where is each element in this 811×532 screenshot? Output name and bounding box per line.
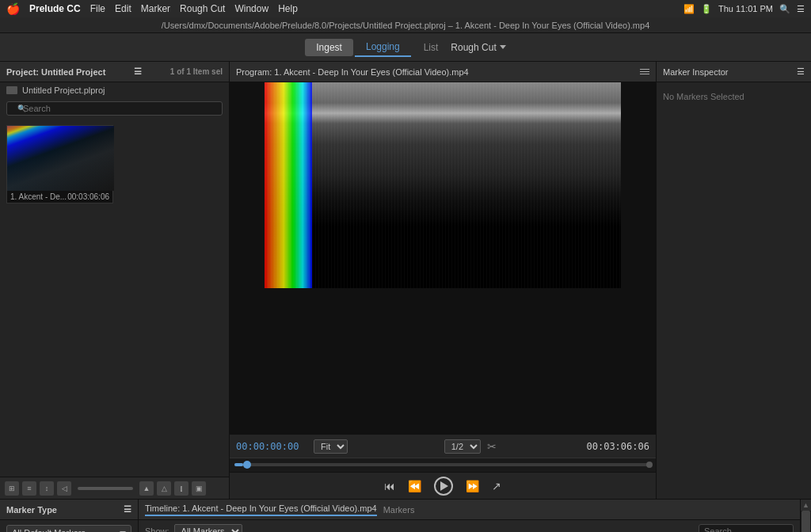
bottom-section: Marker Type ☰ All Default Markers 1 Subc… [0,499,811,532]
go-to-start-button[interactable]: ⏮ [384,480,395,492]
show-label: Show: [145,526,169,533]
logging-button[interactable]: Logging [355,38,411,57]
timeline-panel: Timeline: 1. Akcent - Deep In Your Eyes … [139,500,800,532]
menu-file[interactable]: File [90,3,105,14]
scrubber-bar[interactable] [230,458,656,472]
player-controls-bar: 00:00:00:00 Fit 1/2 ✂ 00:03:06:06 [230,434,656,458]
clip-name: 1. Akcent - De... [10,192,67,201]
project-file-icon [6,86,17,94]
apple-menu[interactable]: 🍎 [6,2,20,15]
step-forward-button[interactable]: ⏩ [466,480,479,492]
project-title: Project: Untitled Project [6,67,105,77]
export-button[interactable]: ↗ [492,480,501,492]
playback-controls: ⏮ ⏪ ⏩ ↗ [230,472,656,499]
scroll-track[interactable] [801,511,811,532]
show-select[interactable]: All Markers [174,524,242,533]
ratio-select[interactable]: 1/2 [444,439,481,454]
marker-type-panel: Marker Type ☰ All Default Markers 1 Subc… [0,500,139,532]
scrubber-track[interactable] [234,463,651,466]
roughcut-button[interactable]: Rough Cut [451,42,505,53]
main-layout: Project: Untitled Project ☰ 1 of 1 Item … [0,62,811,499]
columns-icon[interactable]: ⫿ [174,481,188,496]
marker-type-header: Marker Type ☰ [0,500,138,520]
battery-icon: 🔋 [701,4,712,14]
menu-roughcut[interactable]: Rough Cut [180,3,225,14]
video-frame-inner [265,82,621,288]
fit-select[interactable]: Fit [314,439,348,454]
project-file-item[interactable]: Untitled Project.plproj [0,82,229,98]
program-menu-icon[interactable] [640,69,649,74]
menubar-right: 📶 🔋 Thu 11:01 PM 🔍 ☰ [683,4,805,14]
timeline-toolbar: Show: All Markers [139,520,800,532]
dropdown-value: All Default Markers [12,528,86,532]
sort-icon[interactable]: ↕ [40,481,54,496]
play-button[interactable] [434,477,453,496]
scroll-up-button[interactable]: ▲ [801,500,811,511]
scroll-thumb[interactable] [801,511,810,532]
program-title: Program: 1. Akcent - Deep In Your Eyes (… [236,67,469,77]
center-panel: Program: 1. Akcent - Deep In Your Eyes (… [230,62,657,499]
marker-inspector-header: Marker Inspector ☰ [657,62,811,82]
all-default-markers-dropdown[interactable]: All Default Markers [6,525,131,532]
scrubber-fill [234,463,243,466]
menu-edit[interactable]: Edit [115,3,131,14]
scrubber-end [646,462,653,468]
wifi-icon: 📶 [683,4,695,14]
menu-help[interactable]: Help [278,3,298,14]
play-icon [440,481,448,491]
project-filename: Untitled Project.plproj [22,86,105,95]
up-icon[interactable]: △ [157,481,171,496]
scissors-icon[interactable]: ✂ [487,440,497,453]
left-bottom-toolbar: ⊞ ≡ ↕ ◁ ▲ △ ⫿ ▣ [0,477,229,499]
clip-thumb-image [7,126,114,191]
clock: Thu 11:01 PM [718,4,773,13]
toolbar-center: Ingest Logging List Rough Cut [305,38,505,57]
search-icon[interactable]: 🔍 [779,4,790,14]
timeline-header: Timeline: 1. Akcent - Deep In Your Eyes … [139,500,800,520]
right-scrollbar: ▲ ▼ [800,500,811,532]
clip-thumb-label: 1. Akcent - De... 00:03:06:06 [7,191,112,203]
roughcut-chevron-icon [500,45,506,49]
search-input[interactable] [6,101,223,116]
clip-thumbnail[interactable]: 1. Akcent - De... 00:03:06:06 [6,125,113,203]
zoom-slider[interactable] [78,487,133,490]
grid-icon[interactable]: ⊞ [5,481,19,496]
list-view-icon[interactable]: ≡ [22,481,36,496]
marker-inspector-menu-icon[interactable]: ☰ [797,66,805,77]
search-wrap [6,101,223,116]
list-button[interactable]: List [413,39,450,56]
titlebar: /Users/dmx/Documents/Adobe/Prelude/8.0/P… [0,17,811,33]
list-icon[interactable]: ☰ [797,4,805,14]
menu-marker[interactable]: Marker [141,3,170,14]
adjust-icon[interactable]: ▣ [192,481,206,496]
timeline-tab-active[interactable]: Timeline: 1. Akcent - Deep In Your Eyes … [145,504,377,516]
ingest-button[interactable]: Ingest [305,39,353,56]
timeline-tab-markers[interactable]: Markers [383,505,415,515]
video-preview [230,82,656,434]
scrubber-thumb[interactable] [243,461,251,469]
clip-duration: 00:03:06:06 [67,192,109,201]
path-label: /Users/dmx/Documents/Adobe/Prelude/8.0/P… [162,21,650,30]
mountain-icon[interactable]: ▲ [139,481,154,496]
project-header: Project: Untitled Project ☰ 1 of 1 Item … [0,62,229,82]
menubar: 🍎 Prelude CC File Edit Marker Rough Cut … [0,0,811,17]
clip-grid: 1. Akcent - De... 00:03:06:06 [0,119,229,210]
marker-type-menu-icon[interactable]: ☰ [124,504,131,515]
hamburger-icon[interactable]: ☰ [134,66,142,77]
menu-window[interactable]: Window [234,3,268,14]
video-frame [265,82,621,288]
no-markers-label: No Markers Selected [657,82,811,111]
step-back-button[interactable]: ⏪ [408,480,421,492]
arrow-left-icon[interactable]: ◁ [57,481,71,496]
left-panel: Project: Untitled Project ☰ 1 of 1 Item … [0,62,230,499]
toolbar: Ingest Logging List Rough Cut [0,33,811,62]
item-count: 1 of 1 Item sel [170,67,223,76]
marker-type-title: Marker Type [6,505,57,515]
program-header: Program: 1. Akcent - Deep In Your Eyes (… [230,62,656,82]
app-name[interactable]: Prelude CC [29,3,81,14]
right-panel: Marker Inspector ☰ No Markers Selected [657,62,811,499]
search-bar [0,98,229,119]
marker-inspector-title: Marker Inspector [663,67,729,77]
timeline-search-input[interactable] [699,524,794,533]
timecode-current: 00:00:00:00 [236,441,307,452]
